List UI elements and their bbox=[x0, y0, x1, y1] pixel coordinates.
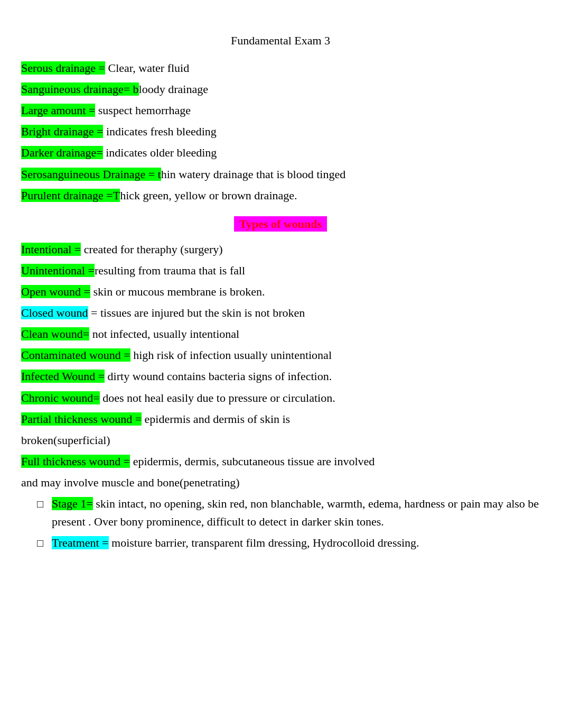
stage1-text: skin intact, no opening, skin red, non b… bbox=[52, 497, 539, 528]
full-text1: epidermis, dermis, subcutaneous tissue a… bbox=[130, 455, 375, 468]
bright-highlight: Bright drainage = bbox=[21, 125, 103, 138]
darker-highlight: Darker drainage= bbox=[21, 146, 103, 159]
purulent-text: hick green, yellow or brown drainage. bbox=[120, 189, 297, 202]
serosang-text: hin watery drainage that is blood tinged bbox=[161, 168, 345, 181]
treatment-highlight: Treatment = bbox=[52, 536, 109, 549]
line-chronic: Chronic wound= does not heal easily due … bbox=[21, 389, 540, 407]
closed-text: = tissues are injured but the skin is no… bbox=[88, 306, 305, 319]
line-infected: Infected Wound = dirty wound contains ba… bbox=[21, 367, 540, 385]
clean-text: not infected, usually intentional bbox=[89, 327, 239, 340]
clean-highlight: Clean wound= bbox=[21, 327, 89, 340]
line-full2: and may involve muscle and bone(penetrat… bbox=[21, 474, 540, 492]
line-partial2: broken(superficial) bbox=[21, 431, 540, 449]
section-header: Types of wounds bbox=[21, 215, 540, 233]
partial-highlight: Partial thickness wound = bbox=[21, 412, 142, 426]
chronic-highlight: Chronic wound= bbox=[21, 391, 100, 404]
line-clean: Clean wound= not infected, usually inten… bbox=[21, 325, 540, 343]
open-text: skin or mucous membrane is broken. bbox=[90, 285, 265, 298]
page-title: Fundamental Exam 3 bbox=[21, 32, 540, 50]
line-sanguineous: Sanguineous drainage= bloody drainage bbox=[21, 80, 540, 98]
chronic-text: does not heal easily due to pressure or … bbox=[100, 391, 335, 404]
large-text: suspect hemorrhage bbox=[95, 104, 191, 117]
line-closed: Closed wound = tissues are injured but t… bbox=[21, 304, 540, 322]
stage1-highlight: Stage 1= bbox=[52, 497, 93, 510]
purulent-highlight: Purulent drainage =T bbox=[21, 189, 120, 202]
partial-text2: broken(superficial) bbox=[21, 434, 110, 447]
line-darker: Darker drainage= indicates older bleedin… bbox=[21, 144, 540, 162]
contaminated-text: high risk of infection usually unintenti… bbox=[130, 348, 332, 362]
line-full1: Full thickness wound = epidermis, dermis… bbox=[21, 453, 540, 471]
open-highlight: Open wound = bbox=[21, 285, 90, 298]
line-partial1: Partial thickness wound = epidermis and … bbox=[21, 410, 540, 428]
closed-highlight: Closed wound bbox=[21, 306, 88, 319]
bullet-treatment: □ bbox=[37, 534, 52, 551]
unintentional-text: resulting from trauma that is fall bbox=[95, 264, 245, 277]
contaminated-highlight: Contaminated wound = bbox=[21, 348, 130, 362]
serous-highlight: Serous drainage = bbox=[21, 61, 105, 75]
full-highlight: Full thickness wound = bbox=[21, 455, 130, 468]
line-serous: Serous drainage = Clear, water fluid bbox=[21, 59, 540, 77]
line-large: Large amount = suspect hemorrhage bbox=[21, 102, 540, 119]
partial-text1: epidermis and dermis of skin is bbox=[142, 412, 290, 426]
serosang-highlight: Serosanguineous Drainage = t bbox=[21, 168, 161, 181]
serous-text: Clear, water fluid bbox=[105, 61, 189, 75]
darker-text: indicates older bleeding bbox=[103, 146, 217, 159]
line-serosang: Serosanguineous Drainage = thin watery d… bbox=[21, 165, 540, 183]
bullet-stage1: □ bbox=[37, 495, 52, 512]
line-intentional: Intentional = created for theraphy (surg… bbox=[21, 241, 540, 259]
sanguineous-highlight: Sanguineous drainage= b bbox=[21, 82, 139, 96]
treatment-text: moisture barrier, transparent film dress… bbox=[109, 536, 419, 549]
line-contaminated: Contaminated wound = high risk of infect… bbox=[21, 346, 540, 364]
line-open: Open wound = skin or mucous membrane is … bbox=[21, 283, 540, 301]
line-bright: Bright drainage = indicates fresh bleedi… bbox=[21, 123, 540, 141]
large-highlight: Large amount = bbox=[21, 104, 95, 117]
full-text2: and may involve muscle and bone(penetrat… bbox=[21, 476, 240, 489]
stage1-content: Stage 1= skin intact, no opening, skin r… bbox=[52, 495, 540, 531]
treatment-content: Treatment = moisture barrier, transparen… bbox=[52, 534, 540, 552]
unintentional-highlight: Unintentional = bbox=[21, 264, 95, 277]
infected-highlight: Infected Wound = bbox=[21, 370, 105, 383]
intentional-text: created for theraphy (surgery) bbox=[81, 243, 222, 256]
intentional-highlight: Intentional = bbox=[21, 243, 81, 256]
bright-text: indicates fresh bleeding bbox=[103, 125, 216, 138]
line-purulent: Purulent drainage =Thick green, yellow o… bbox=[21, 187, 540, 205]
list-item-stage1: □ Stage 1= skin intact, no opening, skin… bbox=[37, 495, 540, 531]
types-header-text: Types of wounds bbox=[234, 216, 327, 232]
sanguineous-text: loody drainage bbox=[139, 82, 208, 96]
list-item-treatment: □ Treatment = moisture barrier, transpar… bbox=[37, 534, 540, 552]
infected-text: dirty wound contains bacteria signs of i… bbox=[105, 370, 332, 383]
line-unintentional: Unintentional =resulting from trauma tha… bbox=[21, 262, 540, 280]
